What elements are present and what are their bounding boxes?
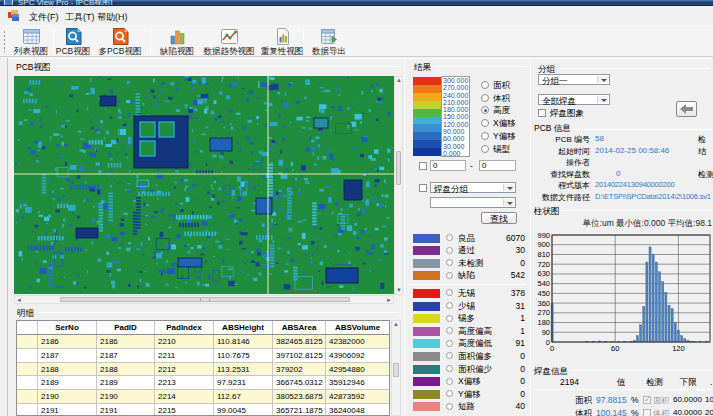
chevron-down-icon xyxy=(597,96,608,103)
group-dropdown-value: 分组一 xyxy=(542,76,568,88)
toolbar-pcb-view-button[interactable]: PCB视图 xyxy=(55,26,91,56)
pad-group-value-dropdown[interactable] xyxy=(430,197,516,208)
detail-table-row[interactable]: 219021902214112.67380523.687542873592 xyxy=(17,390,389,404)
legend-row: X偏移0 xyxy=(408,376,528,389)
result-type-radio-5[interactable] xyxy=(481,132,489,140)
detail-column-header[interactable]: PadIndex xyxy=(155,321,214,334)
legend-radio[interactable] xyxy=(446,315,453,322)
pcb-info-value: 58 xyxy=(595,134,604,143)
legend-row: 高度偏高1 xyxy=(408,325,528,338)
legend-radio[interactable] xyxy=(446,365,453,372)
pad-info-col-lower: 下限 xyxy=(680,377,697,389)
legend-row: 通过30 xyxy=(408,245,528,258)
color-scale-label: 0.000 xyxy=(443,150,469,157)
color-scale-band xyxy=(413,132,441,140)
legend-radio[interactable] xyxy=(446,340,453,347)
legend-label: 面积偏少 xyxy=(458,364,492,376)
legend-radio[interactable] xyxy=(446,403,453,410)
toolbar-list-view-button[interactable]: 列表视图 xyxy=(10,26,52,56)
content-top-border xyxy=(8,58,711,59)
toolbar-data-trend-view-button[interactable]: 数据趋势视图 xyxy=(200,26,258,56)
detail-cell: 2215 xyxy=(155,404,214,416)
result-type-radio-3[interactable] xyxy=(481,106,489,114)
color-scale-labels: 300.000270.000240.000210.000180.000150.0… xyxy=(441,76,470,157)
pad-group-dropdown[interactable]: 焊盘分组 xyxy=(430,182,516,193)
detail-table-row[interactable]: 21892189221397.9231366745.031235912946 xyxy=(17,376,389,390)
detail-column-header[interactable]: ABSHeight xyxy=(214,321,273,334)
pcb-horizontal-scrollbar[interactable]: ◄ ► xyxy=(14,295,394,304)
color-scale-label: 90.000 xyxy=(443,128,469,135)
menu-help[interactable]: 帮助(H) xyxy=(94,10,131,25)
legend-radio[interactable] xyxy=(446,327,453,334)
range-to-input[interactable]: 0 xyxy=(479,160,516,171)
detail-table-scrollbar[interactable]: ▲ xyxy=(391,320,401,416)
toolbar-grip[interactable] xyxy=(3,30,6,52)
detail-column-header[interactable]: PadID xyxy=(97,321,155,334)
toolbar-repeatability-view-button[interactable]: 重复性视图 xyxy=(260,26,304,56)
detail-row-header xyxy=(17,335,38,348)
legend-separator xyxy=(408,284,526,285)
range-from-input[interactable]: 0 xyxy=(430,160,466,171)
result-type-radio-2[interactable] xyxy=(481,94,489,102)
toolbar-multi-pcb-view-button[interactable]: 多PCB视图 xyxy=(95,26,145,56)
legend-radio[interactable] xyxy=(446,352,453,359)
menu-tools[interactable]: 工具(T) xyxy=(62,10,98,25)
range-filter-checkbox[interactable] xyxy=(419,162,427,170)
search-button[interactable]: 查找 xyxy=(481,212,517,224)
toolbar-data-export-button[interactable]: 数据导出 xyxy=(307,26,351,56)
detail-cell: 2190 xyxy=(38,390,97,403)
legend-label: 未检测 xyxy=(458,258,484,270)
legend-radio[interactable] xyxy=(446,378,453,385)
detail-table-row[interactable]: 218621862210110.8146382465.812542382000 xyxy=(17,335,389,349)
legend-radio[interactable] xyxy=(446,289,453,296)
result-type-radio-label: 高度 xyxy=(493,105,510,117)
detail-table-row[interactable]: 218721872211110.7675397102.812543906092 xyxy=(17,349,389,363)
legend-radio[interactable] xyxy=(446,234,453,241)
detail-cell: 2213 xyxy=(155,376,214,389)
toolbar-repeatability-view-label: 重复性视图 xyxy=(260,46,304,58)
detail-table-row[interactable]: 21912191221599.0045365721.187536240048 xyxy=(17,404,389,416)
detail-column-header[interactable]: ABSVolume xyxy=(326,321,390,334)
detail-table-row[interactable]: 218821882212113.253137920242954880 xyxy=(17,363,389,377)
result-type-radio-6[interactable] xyxy=(481,145,489,153)
back-button[interactable] xyxy=(676,101,697,117)
detail-table-header: SerNoPadIDPadIndexABSHeightABSAreaABSVol… xyxy=(17,321,389,335)
legend-count: 40 xyxy=(516,401,525,411)
pcb-canvas[interactable] xyxy=(14,76,394,294)
legend-color-swatch xyxy=(413,271,440,280)
menu-bar: 文件(F) 工具(T) 帮助(H) xyxy=(0,6,713,25)
pcb-info-label: 数据文件路径 xyxy=(534,192,590,203)
result-type-radio-1[interactable] xyxy=(481,81,489,89)
defect-view-icon xyxy=(168,27,187,46)
legend-radio[interactable] xyxy=(446,302,453,309)
detail-row-header xyxy=(17,376,38,389)
pad-info-detect-checkbox[interactable] xyxy=(643,396,651,404)
detail-cell: 2212 xyxy=(155,363,214,376)
legend-radio[interactable] xyxy=(446,390,453,397)
pad-group-checkbox[interactable] xyxy=(419,184,427,192)
toolbar-defect-view-button[interactable]: 缺陷视图 xyxy=(154,26,200,56)
legend-radio[interactable] xyxy=(446,247,453,254)
legend-row: 面积偏少0 xyxy=(408,363,528,376)
menu-file[interactable]: 文件(F) xyxy=(26,10,62,25)
detail-column-header[interactable]: SerNo xyxy=(38,321,97,334)
group-dropdown[interactable]: 分组一 xyxy=(538,74,610,85)
pad-select-dropdown[interactable]: 全部焊盘 xyxy=(538,94,610,105)
legend-label: 短路 xyxy=(458,401,475,413)
color-scale-band xyxy=(413,101,441,109)
legend-radio[interactable] xyxy=(446,272,453,279)
legend-row: Y偏移0 xyxy=(408,388,528,401)
pcb-panel-title: PCB视图 xyxy=(16,62,50,74)
pad-image-checkbox[interactable] xyxy=(538,109,546,117)
pcb-vertical-scrollbar[interactable]: ▲ ▼ xyxy=(394,76,403,295)
detail-column-header[interactable]: ABSArea xyxy=(273,321,326,334)
result-type-radio-4[interactable] xyxy=(481,119,489,127)
legend-label: 锡多 xyxy=(458,313,475,325)
result-type-radio-label: 体积 xyxy=(493,93,510,105)
pad-info-detect-label: 面积 xyxy=(653,395,669,406)
result-type-radio-label: X偏移 xyxy=(493,118,516,130)
legend-radio[interactable] xyxy=(446,259,453,266)
detail-cell: 113.2531 xyxy=(214,363,273,376)
legend-color-swatch xyxy=(413,314,440,323)
pad-info-detect-checkbox[interactable] xyxy=(643,409,651,416)
